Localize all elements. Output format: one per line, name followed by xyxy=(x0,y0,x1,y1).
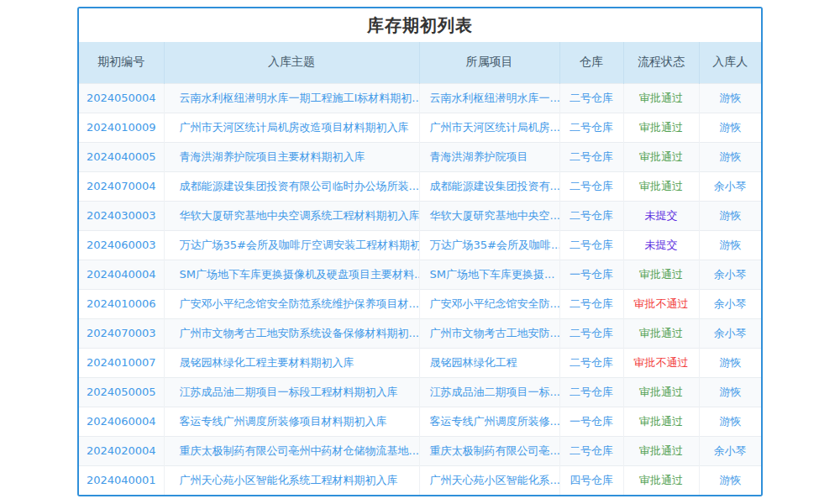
title-bar: 库存期初列表 xyxy=(79,8,761,42)
row-person: 余小琴 xyxy=(699,318,761,348)
table-row[interactable]: 2024040001 广州天心苑小区智能化系统工程材料期初入库 广州天心苑小区智… xyxy=(79,465,761,495)
row-warehouse: 四号仓库 xyxy=(559,465,623,495)
row-warehouse: 一号仓库 xyxy=(559,260,623,289)
table-row[interactable]: 2024050004 云南水利枢纽潜明水库一期工程施工I标材料期初... 云南水… xyxy=(79,83,761,113)
row-id[interactable]: 2024020004 xyxy=(79,436,164,465)
row-person: 余小琴 xyxy=(699,289,761,318)
row-id[interactable]: 2024070003 xyxy=(79,318,164,348)
row-status: 未提交 xyxy=(623,201,699,230)
row-status: 审批通过 xyxy=(623,436,699,465)
row-id[interactable]: 2024070004 xyxy=(79,171,164,201)
row-project[interactable]: 云南水利枢纽潜明水库一... xyxy=(419,83,559,113)
row-project[interactable]: 广州天心苑小区智能化系... xyxy=(419,465,559,495)
table-row[interactable]: 2024020004 重庆太极制药有限公司亳州中药材仓储物流基地... 重庆太极… xyxy=(79,436,761,465)
row-id[interactable]: 2024030003 xyxy=(79,201,164,230)
column-header-person: 入库人 xyxy=(699,42,761,83)
row-id[interactable]: 2024010009 xyxy=(79,113,164,142)
row-status: 审批通过 xyxy=(623,113,699,142)
row-status: 审批通过 xyxy=(623,407,699,436)
table-row[interactable]: 2024010006 广安邓小平纪念馆安全防范系统维护保养项目材... 广安邓小… xyxy=(79,289,761,318)
row-status: 审批通过 xyxy=(623,142,699,171)
row-subject[interactable]: 广州天心苑小区智能化系统工程材料期初入库 xyxy=(164,465,419,495)
row-id[interactable]: 2024050005 xyxy=(79,377,164,407)
row-person: 游恢 xyxy=(699,142,761,171)
row-id[interactable]: 2024040005 xyxy=(79,142,164,171)
table-row[interactable]: 2024040005 青海洪湖养护院项目主要材料期初入库 青海洪湖养护院项目 二… xyxy=(79,142,761,171)
column-header-status: 流程状态 xyxy=(623,42,699,83)
row-warehouse: 二号仓库 xyxy=(559,230,623,260)
table-row[interactable]: 2024060004 客运专线广州调度所装修项目材料期初入库 客运专线广州调度所… xyxy=(79,407,761,436)
inventory-list-card: 库存期初列表 期初编号 入库主题 所属项目 仓库 流程状态 入库人 202405… xyxy=(77,7,763,496)
row-project[interactable]: 广安邓小平纪念馆安全防... xyxy=(419,289,559,318)
table-row[interactable]: 2024010009 广州市天河区统计局机房改造项目材料期初入库 广州市天河区统… xyxy=(79,113,761,142)
row-id[interactable]: 2024010006 xyxy=(79,289,164,318)
row-id[interactable]: 2024060003 xyxy=(79,230,164,260)
row-person: 余小琴 xyxy=(699,171,761,201)
row-person: 余小琴 xyxy=(699,260,761,289)
table-row[interactable]: 2024060003 万达广场35#会所及咖啡厅空调安装工程材料期初... 万达… xyxy=(79,230,761,260)
row-subject[interactable]: 成都能源建设集团投资有限公司临时办公场所装... xyxy=(164,171,419,201)
row-project[interactable]: 广州市天河区统计局机房... xyxy=(419,113,559,142)
page-title: 库存期初列表 xyxy=(367,14,473,37)
row-warehouse: 二号仓库 xyxy=(559,142,623,171)
table-header-row: 期初编号 入库主题 所属项目 仓库 流程状态 入库人 xyxy=(79,42,761,83)
row-id[interactable]: 2024040004 xyxy=(79,260,164,289)
row-subject[interactable]: 云南水利枢纽潜明水库一期工程施工I标材料期初... xyxy=(164,83,419,113)
row-warehouse: 二号仓库 xyxy=(559,318,623,348)
row-subject[interactable]: 广州市文物考古工地安防系统设备保修材料期初... xyxy=(164,318,419,348)
row-person: 游恢 xyxy=(699,407,761,436)
row-project[interactable]: 青海洪湖养护院项目 xyxy=(419,142,559,171)
row-id[interactable]: 2024040001 xyxy=(79,465,164,495)
table-row[interactable]: 2024050005 江苏成品油二期项目一标段工程材料期初入库 江苏成品油二期项… xyxy=(79,377,761,407)
row-project[interactable]: SM广场地下车库更换摄... xyxy=(419,260,559,289)
column-header-subject: 入库主题 xyxy=(164,42,419,83)
row-project[interactable]: 万达广场35#会所及咖啡... xyxy=(419,230,559,260)
row-warehouse: 二号仓库 xyxy=(559,289,623,318)
column-header-project: 所属项目 xyxy=(419,42,559,83)
row-subject[interactable]: 万达广场35#会所及咖啡厅空调安装工程材料期初... xyxy=(164,230,419,260)
row-subject[interactable]: SM广场地下车库更换摄像机及硬盘项目主要材料... xyxy=(164,260,419,289)
row-status: 审批通过 xyxy=(623,465,699,495)
row-status: 审批通过 xyxy=(623,260,699,289)
table-row[interactable]: 2024070003 广州市文物考古工地安防系统设备保修材料期初... 广州市文… xyxy=(79,318,761,348)
row-project[interactable]: 广州市文物考古工地安防... xyxy=(419,318,559,348)
row-status: 审批通过 xyxy=(623,377,699,407)
row-subject[interactable]: 江苏成品油二期项目一标段工程材料期初入库 xyxy=(164,377,419,407)
row-person: 游恢 xyxy=(699,201,761,230)
row-subject[interactable]: 青海洪湖养护院项目主要材料期初入库 xyxy=(164,142,419,171)
row-subject[interactable]: 华软大厦研究基地中央空调系统工程材料期初入库 xyxy=(164,201,419,230)
column-header-id: 期初编号 xyxy=(79,42,164,83)
row-warehouse: 二号仓库 xyxy=(559,83,623,113)
row-project[interactable]: 重庆太极制药有限公司亳... xyxy=(419,436,559,465)
row-status: 审批通过 xyxy=(623,83,699,113)
row-person: 余小琴 xyxy=(699,436,761,465)
row-person: 游恢 xyxy=(699,377,761,407)
table-row[interactable]: 2024030003 华软大厦研究基地中央空调系统工程材料期初入库 华软大厦研究… xyxy=(79,201,761,230)
row-person: 游恢 xyxy=(699,113,761,142)
row-project[interactable]: 江苏成品油二期项目一标... xyxy=(419,377,559,407)
row-subject[interactable]: 客运专线广州调度所装修项目材料期初入库 xyxy=(164,407,419,436)
row-person: 游恢 xyxy=(699,348,761,377)
row-id[interactable]: 2024060004 xyxy=(79,407,164,436)
table-row[interactable]: 2024010007 晟铭园林绿化工程主要材料期初入库 晟铭园林绿化工程 二号仓… xyxy=(79,348,761,377)
row-warehouse: 二号仓库 xyxy=(559,377,623,407)
row-id[interactable]: 2024010007 xyxy=(79,348,164,377)
row-project[interactable]: 客运专线广州调度所装修... xyxy=(419,407,559,436)
table-row[interactable]: 2024070004 成都能源建设集团投资有限公司临时办公场所装... 成都能源… xyxy=(79,171,761,201)
row-project[interactable]: 成都能源建设集团投资有... xyxy=(419,171,559,201)
row-status: 未提交 xyxy=(623,230,699,260)
row-project[interactable]: 华软大厦研究基地中央空... xyxy=(419,201,559,230)
row-subject[interactable]: 广州市天河区统计局机房改造项目材料期初入库 xyxy=(164,113,419,142)
column-header-warehouse: 仓库 xyxy=(559,42,623,83)
row-person: 游恢 xyxy=(699,230,761,260)
row-subject[interactable]: 重庆太极制药有限公司亳州中药材仓储物流基地... xyxy=(164,436,419,465)
row-status: 审批不通过 xyxy=(623,348,699,377)
row-status: 审批通过 xyxy=(623,171,699,201)
row-subject[interactable]: 晟铭园林绿化工程主要材料期初入库 xyxy=(164,348,419,377)
row-person: 游恢 xyxy=(699,83,761,113)
row-id[interactable]: 2024050004 xyxy=(79,83,164,113)
row-subject[interactable]: 广安邓小平纪念馆安全防范系统维护保养项目材... xyxy=(164,289,419,318)
row-status: 审批通过 xyxy=(623,318,699,348)
table-row[interactable]: 2024040004 SM广场地下车库更换摄像机及硬盘项目主要材料... SM广… xyxy=(79,260,761,289)
row-project[interactable]: 晟铭园林绿化工程 xyxy=(419,348,559,377)
